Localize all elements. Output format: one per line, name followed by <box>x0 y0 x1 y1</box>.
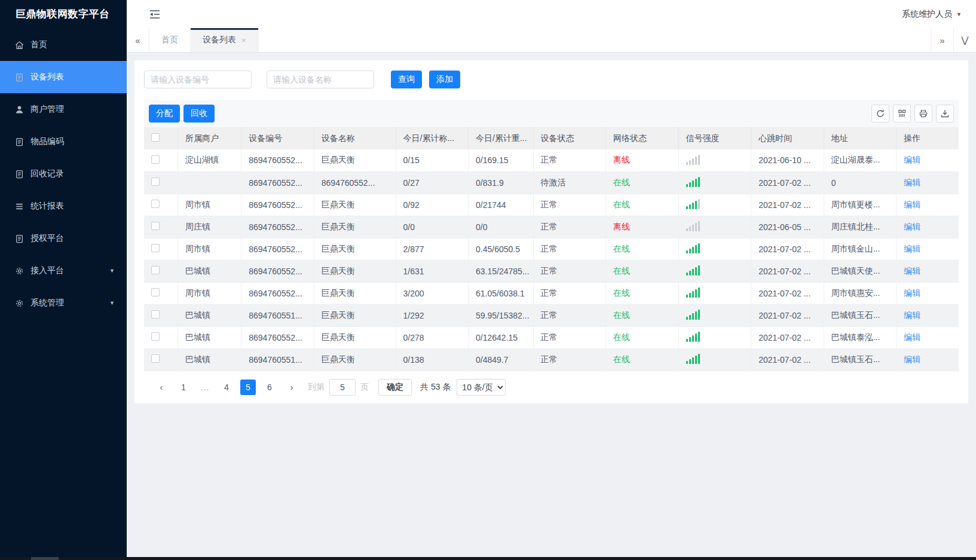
device-list-panel: 查询 添加 分配 回收 <box>134 60 968 403</box>
network-status: 在线 <box>613 266 630 276</box>
row-checkbox[interactable] <box>151 222 160 230</box>
recycle-button[interactable]: 回收 <box>183 105 215 123</box>
total-count: 共 53 条 <box>420 382 451 393</box>
sidebar-item-label: 首页 <box>30 39 47 50</box>
sidebar-item-device-list[interactable]: 设备列表 <box>0 61 127 93</box>
edit-link[interactable]: 编辑 <box>904 222 920 231</box>
tabs-scroll-right-icon[interactable]: » <box>931 28 953 52</box>
sidebar-item-label: 系统管理 <box>30 298 64 308</box>
row-checkbox[interactable] <box>151 155 160 164</box>
table-toolbar: 分配 回收 <box>144 100 959 127</box>
edit-link[interactable]: 编辑 <box>904 266 920 276</box>
select-all-checkbox[interactable] <box>151 133 160 142</box>
network-status: 在线 <box>613 310 630 320</box>
sidebar-item-system-management[interactable]: 系统管理▼ <box>0 287 127 319</box>
add-button[interactable]: 添加 <box>429 71 460 88</box>
user-menu[interactable]: 系统维护人员 ▼ <box>902 9 962 20</box>
jump-unit-label: 页 <box>360 382 369 393</box>
caret-down-icon: ▼ <box>956 11 962 17</box>
sidebar: 巨鼎物联网数字平台 首页设备列表商户管理物品编码回收记录统计报表授权平台接入平台… <box>0 0 127 560</box>
edit-link[interactable]: 编辑 <box>904 310 920 320</box>
sidebar-item-authorization-platform[interactable]: 授权平台 <box>0 222 127 255</box>
column-header: 信号强度 <box>678 127 751 149</box>
user-name: 系统维护人员 <box>902 9 952 20</box>
page-numbers: 1...456 <box>173 380 280 395</box>
sidebar-item-merchant-management[interactable]: 商户管理 <box>0 93 127 126</box>
tab-home[interactable]: 首页 <box>149 28 191 52</box>
assign-button[interactable]: 分配 <box>149 105 180 123</box>
page-ellipsis: ... <box>197 380 213 395</box>
column-header: 心跳时间 <box>751 127 824 149</box>
query-button[interactable]: 查询 <box>391 71 422 88</box>
edit-link[interactable]: 编辑 <box>904 288 920 298</box>
row-checkbox[interactable] <box>151 332 160 341</box>
refresh-icon[interactable] <box>871 105 889 123</box>
sidebar-item-item-coding[interactable]: 物品编码 <box>0 126 127 158</box>
tab-label: 设备列表 <box>203 35 236 45</box>
table-zone: 分配 回收 <box>144 100 959 403</box>
signal-strength-icon <box>686 287 700 298</box>
close-tab-icon[interactable]: × <box>241 36 246 44</box>
row-checkbox[interactable] <box>151 354 160 363</box>
content: 查询 添加 分配 回收 <box>127 53 976 560</box>
table-row: 周庄镇8694760552...巨鼎天衡0/00/0正常离线2021-06-05… <box>144 216 959 238</box>
row-checkbox[interactable] <box>151 178 160 186</box>
network-status: 在线 <box>613 244 630 253</box>
column-header: 设备名称 <box>314 127 396 149</box>
sidebar-item-home[interactable]: 首页 <box>0 29 127 61</box>
page-number-4[interactable]: 4 <box>219 380 234 395</box>
sidebar-item-recycle-records[interactable]: 回收记录 <box>0 158 127 190</box>
row-checkbox[interactable] <box>151 266 160 274</box>
chevron-down-icon: ▼ <box>109 300 115 306</box>
edit-link[interactable]: 编辑 <box>904 244 920 253</box>
edit-link[interactable]: 编辑 <box>904 354 920 364</box>
device-no-input[interactable] <box>144 71 252 88</box>
gear-icon <box>14 266 25 276</box>
page-number-6[interactable]: 6 <box>262 380 277 395</box>
network-status: 离线 <box>613 222 630 231</box>
next-page-button[interactable]: › <box>284 380 299 395</box>
tabs-menu-chevron-icon[interactable]: ⋁ <box>953 28 976 52</box>
sidebar-item-label: 设备列表 <box>30 72 64 82</box>
jump-label: 到第 <box>308 382 325 393</box>
device-name-input[interactable] <box>267 71 374 88</box>
print-icon[interactable] <box>914 105 932 123</box>
document-icon <box>14 137 25 147</box>
signal-strength-icon <box>686 243 700 253</box>
page-size-select[interactable]: 10 条/页 <box>457 379 506 396</box>
table-row: 巴城镇8694760551...巨鼎天衡1/29259.95/15382...正… <box>144 304 959 326</box>
table-row: 周市镇8694760552...巨鼎天衡2/8770.45/6050.5正常在线… <box>144 238 959 260</box>
export-icon[interactable] <box>936 105 954 123</box>
tabs-scroll-left-icon[interactable]: « <box>127 28 149 52</box>
prev-page-button[interactable]: ‹ <box>154 380 169 395</box>
edit-link[interactable]: 编辑 <box>904 200 920 209</box>
tabs-bar: « 首页设备列表× » ⋁ <box>127 28 976 53</box>
column-settings-icon[interactable] <box>893 105 911 123</box>
page-number-1[interactable]: 1 <box>176 380 191 395</box>
sidebar-item-access-platform[interactable]: 接入平台▼ <box>0 255 127 287</box>
network-status: 在线 <box>613 354 630 364</box>
sidebar-menu: 首页设备列表商户管理物品编码回收记录统计报表授权平台接入平台▼系统管理▼ <box>0 29 127 319</box>
table-row: 周市镇8694760552...巨鼎天衡3/20061.05/6038.1正常在… <box>144 282 959 304</box>
document-icon <box>14 169 25 179</box>
table-header-row: 所属商户设备编号设备名称今日/累计称...今日/累计重...设备状态网络状态信号… <box>144 127 959 149</box>
sidebar-item-statistics-report[interactable]: 统计报表 <box>0 190 127 222</box>
signal-strength-icon <box>686 154 700 165</box>
edit-link[interactable]: 编辑 <box>904 155 920 164</box>
gear-icon <box>14 298 25 308</box>
column-header: 设备编号 <box>241 127 314 149</box>
row-checkbox[interactable] <box>151 288 160 296</box>
signal-strength-icon <box>686 309 700 320</box>
edit-link[interactable]: 编辑 <box>904 332 920 342</box>
tab-device-list[interactable]: 设备列表× <box>191 28 259 52</box>
sidebar-item-label: 物品编码 <box>30 136 64 147</box>
jump-page-input[interactable] <box>329 379 356 396</box>
list-icon <box>14 201 25 212</box>
page-number-5[interactable]: 5 <box>240 380 256 395</box>
row-checkbox[interactable] <box>151 200 160 208</box>
collapse-sidebar-icon[interactable] <box>148 8 161 20</box>
confirm-button[interactable]: 确定 <box>378 379 412 396</box>
row-checkbox[interactable] <box>151 310 160 319</box>
row-checkbox[interactable] <box>151 244 160 252</box>
edit-link[interactable]: 编辑 <box>904 178 920 187</box>
